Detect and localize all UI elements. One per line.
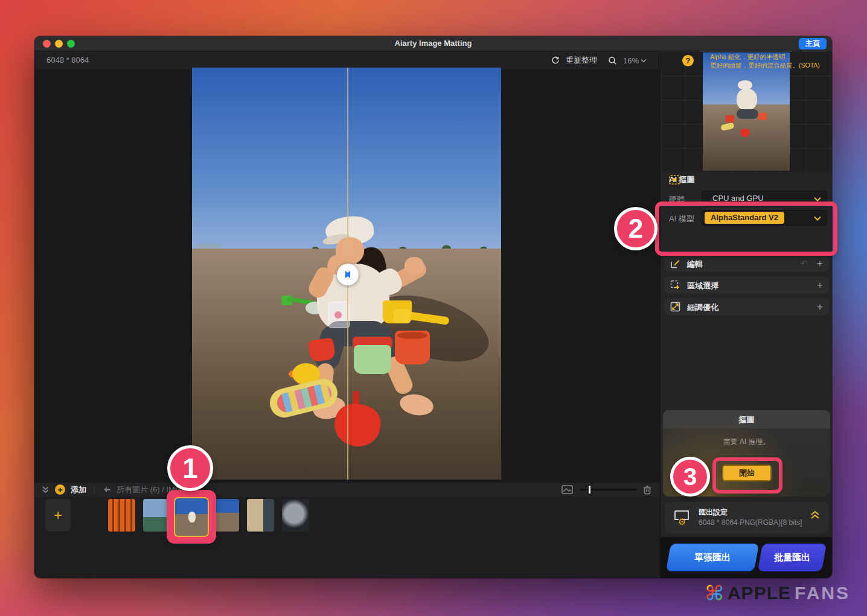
refresh-label[interactable]: 重新整理 <box>566 55 597 66</box>
refine-icon <box>670 302 680 312</box>
app-window: Aiarty Image Matting 主頁 6048 * 8064 重新整理… <box>34 36 832 578</box>
zoom-level[interactable]: 16% <box>623 56 647 65</box>
step2-highlight <box>655 202 837 256</box>
photo-canvas[interactable] <box>192 68 501 480</box>
brand-suffix: FANS <box>795 583 850 603</box>
home-button[interactable]: 主頁 <box>799 38 827 49</box>
undo-icon[interactable]: ↶ <box>801 259 807 268</box>
double-chevron-up-icon[interactable] <box>810 510 820 519</box>
expand-icon[interactable]: + <box>817 258 823 269</box>
section-refine[interactable]: 細調優化 + <box>664 298 829 316</box>
help-icon[interactable]: ? <box>682 55 694 66</box>
image-dimensions: 6048 * 8064 <box>46 56 89 65</box>
step1-badge: 1 <box>167 445 213 491</box>
selected-thumbnail[interactable] <box>174 497 209 537</box>
collapse-filmstrip-icon[interactable] <box>42 486 50 494</box>
canvas-toolbar: 6048 * 8064 重新整理 16% <box>34 51 660 69</box>
back-arrow-icon[interactable] <box>103 486 111 493</box>
arrow-right-icon <box>345 271 350 278</box>
export-settings[interactable]: ⚙ 匯出設定 6048 * 8064 PNG(RGBA)[8 bits] <box>665 502 828 533</box>
thumbnail-zoom-slider[interactable] <box>579 489 637 491</box>
matting-status: 需要 AI 推理。 <box>663 437 830 447</box>
expand-icon[interactable]: + <box>817 279 823 291</box>
export-bar: 單張匯出 批量匯出 <box>661 537 832 578</box>
section-edit[interactable]: 編輯 ↶ + <box>664 255 829 272</box>
step2-badge: 2 <box>614 207 657 250</box>
thumbnail-strip: + <box>34 497 660 578</box>
region-select-icon <box>670 280 680 290</box>
edit-icon <box>670 258 680 268</box>
filmstrip-toolbar: + 添加 所有圖片 (6) / IMG <box>34 483 660 497</box>
zoom-glass-icon[interactable] <box>607 56 618 66</box>
export-single-button[interactable]: 單張匯出 <box>666 544 759 571</box>
trash-icon[interactable] <box>643 485 651 495</box>
toy-green-bucket <box>354 345 391 374</box>
thumbnail-torii[interactable] <box>108 499 135 532</box>
navigator-preview[interactable] <box>661 51 832 172</box>
thumbnail-hooded-person[interactable] <box>282 499 309 532</box>
export-settings-title: 匯出設定 <box>699 507 728 518</box>
title-bar: Aiarty Image Matting 主頁 <box>34 36 832 51</box>
matting-title: 摳圖 <box>663 414 830 425</box>
chevron-down-icon <box>641 59 647 63</box>
navigator-thumbnail <box>703 52 790 171</box>
brand-prefix: APPLE <box>728 583 791 603</box>
ai-matting-icon <box>669 175 680 185</box>
export-batch-button[interactable]: 批量匯出 <box>758 544 827 571</box>
applefans-logo: ⌘ APPLE FANS <box>705 583 850 603</box>
section-region-select[interactable]: 區域選擇 + <box>664 276 829 294</box>
thumbnail-size-icon <box>561 485 573 494</box>
step3-highlight <box>712 457 782 494</box>
refresh-icon[interactable] <box>551 56 560 65</box>
expand-icon[interactable]: + <box>817 301 823 313</box>
thumbnail-man-portrait[interactable] <box>247 499 274 532</box>
slider-handle[interactable] <box>589 486 590 494</box>
window-title: Aiarty Image Matting <box>34 39 832 48</box>
add-image-tile[interactable]: + <box>45 499 71 532</box>
add-image-icon[interactable]: + <box>55 484 65 495</box>
export-settings-detail: 6048 * 8064 PNG(RGBA)[8 bits] <box>699 518 802 527</box>
gear-icon: ⚙ <box>678 516 686 526</box>
step3-badge: 3 <box>670 457 710 497</box>
compare-slider-handle[interactable] <box>337 264 359 285</box>
export-settings-icon: ⚙ <box>673 509 691 526</box>
ai-model-help: Alpha 細化，更好的半透明， 更好的頭髮，更好的混合品質。(SOTA) <box>710 52 820 69</box>
add-image-label[interactable]: 添加 <box>71 484 86 495</box>
command-icon: ⌘ <box>705 583 724 603</box>
side-panel: AI 摳圖 硬體 CPU and GPU AI 模型 AlphaStandard… <box>660 51 832 578</box>
desktop-wallpaper: Aiarty Image Matting 主頁 6048 * 8064 重新整理… <box>0 0 867 616</box>
